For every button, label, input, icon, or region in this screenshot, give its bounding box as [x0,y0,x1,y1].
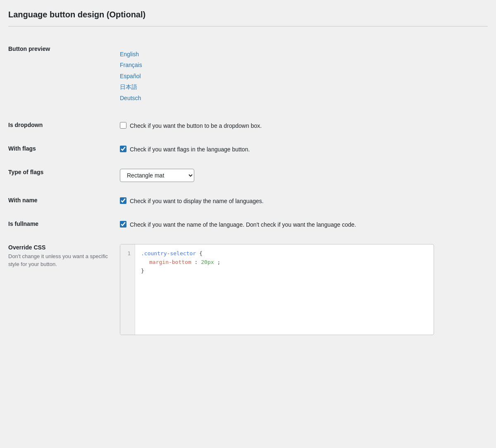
with-flags-description[interactable]: Check if you want flags in the language … [130,145,250,154]
code-line-close: } [141,267,428,276]
lang-link-english[interactable]: English [120,50,488,59]
css-selector: .country-selector [141,250,196,256]
language-links: English Français Español 日本語 Deutsch [120,46,488,107]
type-of-flags-row: Type of flags Rectangle mat Square Circl… [8,161,488,189]
override-css-value: 1 .country-selector { margin-bottom : 20… [120,237,488,343]
button-preview-label: Button preview [8,38,120,114]
override-css-sublabel: Don't change it unless you want a specif… [8,252,120,268]
settings-table: Button preview English Français Español … [8,38,488,343]
code-line-property: margin-bottom : 20px ; [141,258,428,267]
with-flags-row: With flags Check if you want flags in th… [8,138,488,161]
is-dropdown-value: Check if you want the button to be a dro… [120,114,488,138]
with-name-checkbox-row: Check if you want to display the name of… [120,197,488,206]
with-name-row: With name Check if you want to display t… [8,189,488,213]
is-fullname-row: Is fullname Check if you want the name o… [8,213,488,237]
lang-link-francais[interactable]: Français [120,60,488,69]
is-fullname-label: Is fullname [8,213,120,237]
css-property: margin-bottom [149,259,191,265]
button-preview-row: Button preview English Français Español … [8,38,488,114]
with-flags-checkbox-row: Check if you want flags in the language … [120,145,488,154]
type-of-flags-label: Type of flags [8,161,120,189]
with-name-label: With name [8,189,120,213]
is-dropdown-checkbox[interactable] [120,122,126,129]
with-name-checkbox[interactable] [120,197,126,204]
override-css-title: Override CSS [8,244,45,251]
is-dropdown-checkbox-row: Check if you want the button to be a dro… [120,122,488,130]
with-flags-checkbox[interactable] [120,146,126,152]
with-name-value: Check if you want to display the name of… [120,189,488,213]
is-dropdown-label: Is dropdown [8,114,120,138]
lang-link-espanol[interactable]: Español [120,72,488,81]
is-fullname-checkbox[interactable] [120,221,126,228]
is-dropdown-row: Is dropdown Check if you want the button… [8,114,488,138]
css-value: 20px [201,259,214,265]
with-flags-value: Check if you want flags in the language … [120,138,488,161]
with-flags-label: With flags [8,138,120,161]
css-close-brace: } [141,268,144,274]
type-of-flags-value: Rectangle mat Square Circle None [120,161,488,189]
code-content[interactable]: .country-selector { margin-bottom : 20px… [135,244,434,335]
code-editor[interactable]: 1 .country-selector { margin-bottom : 20… [120,244,434,335]
type-of-flags-select[interactable]: Rectangle mat Square Circle None [120,169,194,182]
css-semicolon: ; [217,259,220,265]
lang-link-japanese[interactable]: 日本語 [120,82,488,91]
section-divider [8,26,488,26]
is-fullname-checkbox-row: Check if you want the name of the langua… [120,220,488,229]
lang-link-deutsch[interactable]: Deutsch [120,93,488,103]
override-css-row: Override CSS Don't change it unless you … [8,237,488,343]
is-fullname-value: Check if you want the name of the langua… [120,213,488,237]
override-css-label: Override CSS Don't change it unless you … [8,237,120,343]
with-name-description[interactable]: Check if you want to display the name of… [130,197,264,206]
is-fullname-description[interactable]: Check if you want the name of the langua… [130,220,356,229]
code-line-selector: .country-selector { [141,249,428,258]
line-numbers: 1 [120,244,135,335]
css-colon: : [195,259,201,265]
line-number-1: 1 [127,250,131,256]
css-open-brace: { [199,250,203,256]
page-title: Language button design (Optional) [8,10,488,19]
button-preview-value: English Français Español 日本語 Deutsch [120,38,488,114]
page-container: Language button design (Optional) Button… [8,10,488,343]
is-dropdown-description[interactable]: Check if you want the button to be a dro… [130,122,262,130]
